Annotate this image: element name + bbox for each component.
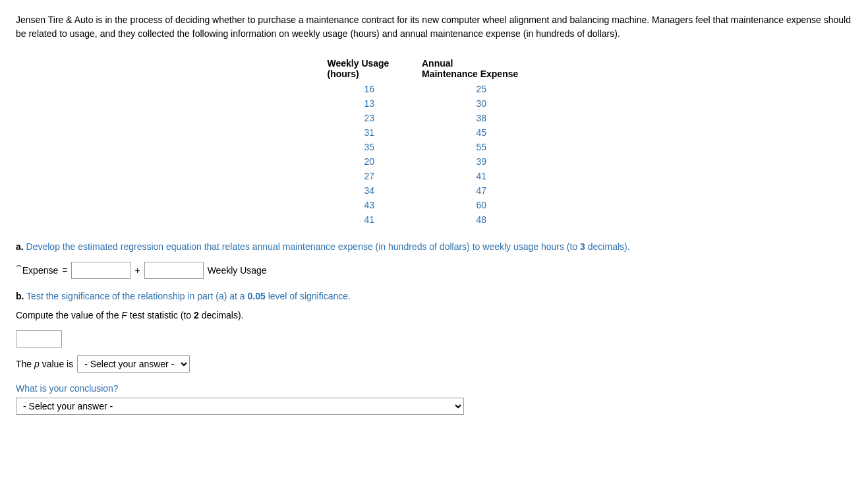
- table-row: 4360: [322, 198, 546, 212]
- table-row: 1330: [322, 96, 546, 111]
- annual-expense-cell: 60: [417, 198, 546, 212]
- table-row: 3447: [322, 183, 546, 198]
- p-value-row: The p value is - Select your answer -les…: [16, 355, 852, 373]
- annual-expense-cell: 41: [417, 169, 546, 183]
- p-value-prefix: The p value is: [16, 359, 73, 369]
- plus-sign: +: [134, 265, 140, 276]
- weekly-usage-cell: 16: [322, 82, 417, 96]
- weekly-usage-cell: 43: [322, 198, 417, 212]
- weekly-usage-cell: 27: [322, 169, 417, 183]
- weekly-usage-cell: 35: [322, 140, 417, 154]
- table-row: 2338: [322, 111, 546, 125]
- f-statistic-input[interactable]: [16, 330, 62, 348]
- table-row: 2039: [322, 154, 546, 169]
- conclusion-label: What is your conclusion?: [16, 383, 852, 394]
- compute-line: Compute the value of the F test statisti…: [16, 309, 852, 322]
- expense-label: Expense: [16, 263, 58, 278]
- annual-expense-cell: 25: [417, 82, 546, 96]
- weekly-usage-cell: 31: [322, 125, 417, 140]
- table-row: 3555: [322, 140, 546, 154]
- intro-paragraph: Jensen Tire & Auto is in the process of …: [16, 13, 852, 41]
- annual-expense-cell: 45: [417, 125, 546, 140]
- annual-expense-cell: 48: [417, 212, 546, 227]
- annual-expense-cell: 47: [417, 183, 546, 198]
- annual-expense-cell: 39: [417, 154, 546, 169]
- conclusion-dropdown[interactable]: - Select your answer -Reject H0; conclud…: [16, 398, 464, 415]
- weekly-usage-label: Weekly Usage: [208, 265, 267, 276]
- data-table: Weekly Usage (hours) Annual Maintenance …: [322, 57, 546, 227]
- hat-symbol: [16, 263, 21, 278]
- equation-row: Expense = + Weekly Usage: [16, 262, 852, 279]
- weekly-usage-cell: 41: [322, 212, 417, 227]
- col2-header: Annual Maintenance Expense: [417, 57, 546, 82]
- weekly-usage-cell: 20: [322, 154, 417, 169]
- table-row: 4148: [322, 212, 546, 227]
- col1-header: Weekly Usage (hours): [322, 57, 417, 82]
- data-table-container: Weekly Usage (hours) Annual Maintenance …: [16, 57, 852, 227]
- part-b-label: b.: [16, 291, 24, 301]
- slope-input[interactable]: [144, 262, 204, 279]
- table-row: 3145: [322, 125, 546, 140]
- annual-expense-cell: 30: [417, 96, 546, 111]
- weekly-usage-cell: 13: [322, 96, 417, 111]
- table-row: 2741: [322, 169, 546, 183]
- weekly-usage-cell: 34: [322, 183, 417, 198]
- equals-sign: =: [62, 265, 67, 276]
- part-a-label: a.: [16, 241, 24, 252]
- weekly-usage-cell: 23: [322, 111, 417, 125]
- part-a-text: a. Develop the estimated regression equa…: [16, 240, 852, 254]
- intercept-input[interactable]: [71, 262, 130, 279]
- p-value-dropdown[interactable]: - Select your answer -less than .01betwe…: [77, 355, 190, 373]
- expense-text: Expense: [22, 265, 58, 276]
- table-row: 1625: [322, 82, 546, 96]
- part-b-text: b. Test the significance of the relation…: [16, 289, 852, 303]
- annual-expense-cell: 38: [417, 111, 546, 125]
- annual-expense-cell: 55: [417, 140, 546, 154]
